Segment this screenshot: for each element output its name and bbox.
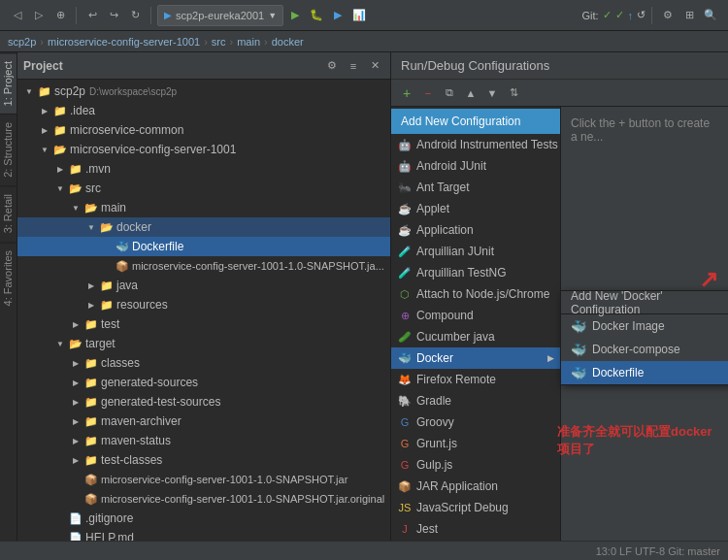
target-label: target: [85, 337, 116, 350]
submenu-item-label: Docker Image: [592, 319, 665, 333]
project-close-btn[interactable]: ✕: [365, 56, 384, 76]
config-item-arquillian-testng[interactable]: 🧪 Arquillian TestNG: [391, 262, 560, 283]
tree-test-classes[interactable]: 📁 test-classes: [17, 450, 390, 470]
help-arrow: [52, 530, 68, 541]
tree-gen-test[interactable]: 📁 generated-test-sources: [17, 392, 390, 412]
config-item-gulp[interactable]: G Gulp.js: [391, 454, 560, 476]
layout-icon[interactable]: ⊞: [679, 6, 699, 25]
breadcrumb-config-server[interactable]: microservice-config-server-1001: [48, 36, 200, 48]
tree-jar[interactable]: 📦 microservice-config-server-1001-1.0-SN…: [17, 256, 390, 276]
dialog-sort-btn[interactable]: ⇅: [504, 83, 523, 103]
config-item-grunt[interactable]: G Grunt.js: [391, 433, 560, 454]
tree-config-server[interactable]: 📂 microservice-config-server-1001: [17, 140, 390, 159]
side-tab-structure[interactable]: 2: Structure: [0, 114, 17, 185]
forward-btn[interactable]: ▷: [29, 6, 49, 25]
project-settings-btn[interactable]: ⚙: [322, 56, 342, 76]
config-item-ant[interactable]: 🐜 Ant Target: [391, 177, 560, 198]
dialog-remove-btn[interactable]: −: [418, 83, 438, 103]
tree-docker-folder[interactable]: 📂 docker: [17, 217, 390, 237]
tree-maven-status[interactable]: 📁 maven-status: [17, 431, 390, 450]
tree-common[interactable]: 📁 microservice-common: [17, 120, 390, 140]
undo-icon[interactable]: ↩: [83, 6, 102, 25]
run-config-selector[interactable]: ▶ scp2p-eureka2001 ▼: [157, 5, 283, 26]
redo-icon[interactable]: ↪: [104, 6, 123, 25]
project-layout-btn[interactable]: ≡: [344, 56, 363, 76]
add-config-button[interactable]: Add New Configuration: [391, 109, 560, 134]
dialog-move-up-btn[interactable]: ▲: [461, 83, 480, 103]
tree-dockerfile[interactable]: 🐳 Dockerfile: [17, 237, 390, 256]
git-label: Git:: [581, 10, 598, 21]
debug-btn[interactable]: 🐛: [307, 6, 326, 25]
test-label: test: [101, 317, 119, 331]
tree-resources[interactable]: 📁 resources: [17, 295, 390, 314]
docker-submenu: Add New 'Docker' Configuration 🐳 Docker …: [560, 290, 728, 385]
classes-icon: 📁: [83, 355, 99, 371]
tree-maven-arch[interactable]: 📁 maven-archiver: [17, 412, 390, 431]
dialog-copy-btn[interactable]: ⧉: [440, 83, 459, 103]
side-tab-retail[interactable]: 3: Retail: [0, 185, 17, 241]
submenu-docker-image[interactable]: 🐳 Docker Image: [561, 314, 728, 338]
settings-icon[interactable]: ⚙: [658, 6, 678, 25]
main-icon: 📂: [83, 200, 99, 215]
side-tab-project[interactable]: 1: Project: [0, 52, 17, 114]
side-tab-favorites[interactable]: 4: Favorites: [0, 242, 17, 313]
tree-classes[interactable]: 📁 classes: [17, 353, 390, 373]
config-item-firefox[interactable]: 🦊 Firefox Remote: [391, 369, 560, 390]
tree-snapshot-jar[interactable]: 📦 microservice-config-server-1001-1.0-SN…: [17, 470, 390, 489]
tree-snapshot-orig[interactable]: 📦 microservice-config-server-1001-1.0-SN…: [17, 489, 390, 509]
config-item-cucumber[interactable]: 🥒 Cucumber java: [391, 326, 560, 347]
dialog-move-down-btn[interactable]: ▼: [482, 83, 502, 103]
breadcrumb-src[interactable]: src: [212, 36, 226, 48]
cfg-label: Grunt.js: [416, 437, 457, 450]
tree-java[interactable]: 📁 java: [17, 276, 390, 295]
root-arrow: [21, 83, 37, 99]
config-item-compound[interactable]: ⊕ Compound: [391, 305, 560, 326]
mvn-label: .mvn: [85, 162, 111, 176]
tree-src[interactable]: 📂 src: [17, 179, 390, 198]
config-item-docker[interactable]: 🐳 Docker ▶: [391, 347, 560, 369]
config-item-js-debug[interactable]: JS JavaScript Debug: [391, 497, 560, 518]
project-title: Project: [23, 59, 63, 73]
config-item-groovy[interactable]: G Groovy: [391, 412, 560, 433]
config-item-junit[interactable]: 🧪 JUnit: [391, 540, 560, 541]
config-item-android-junit[interactable]: 🤖 Android JUnit: [391, 155, 560, 177]
recent-btn[interactable]: ⊕: [50, 6, 70, 25]
submenu-dockerfile[interactable]: 🐳 Dockerfile: [561, 361, 728, 384]
cfg-label: Ant Target: [416, 181, 469, 194]
config-item-application[interactable]: ☕ Application: [391, 219, 560, 241]
config-item-jar[interactable]: 📦 JAR Application: [391, 476, 560, 497]
coverage-btn[interactable]: ▶: [328, 6, 347, 25]
back-btn[interactable]: ◁: [8, 6, 27, 25]
refresh-btn[interactable]: ↻: [125, 6, 145, 25]
config-list: Add New Configuration 🤖 Android Instrume…: [391, 107, 561, 541]
tree-test[interactable]: 📁 test: [17, 314, 390, 334]
tree-gitignore[interactable]: 📄 .gitignore: [17, 509, 390, 528]
tree-main[interactable]: 📂 main: [17, 198, 390, 217]
dialog-title: Run/Debug Configurations: [391, 52, 728, 80]
breadcrumb-docker[interactable]: docker: [272, 36, 304, 48]
submenu-docker-compose[interactable]: 🐳 Docker-compose: [561, 338, 728, 361]
tree-help[interactable]: 📄 HELP.md: [17, 528, 390, 541]
tree-root[interactable]: 📁 scp2p D:\workspace\scp2p: [17, 82, 390, 101]
config-item-applet[interactable]: ☕ Applet: [391, 198, 560, 219]
orig-icon: 📦: [83, 491, 99, 507]
test-classes-arrow: [68, 452, 83, 468]
main-content: 1: Project 2: Structure 3: Retail 4: Fav…: [0, 52, 728, 541]
tree-target[interactable]: 📂 target: [17, 334, 390, 353]
breadcrumb-scp2p[interactable]: scp2p: [8, 36, 36, 48]
config-item-android-instrumented[interactable]: 🤖 Android Instrumented Tests: [391, 134, 560, 155]
dialog-add-btn[interactable]: +: [397, 83, 416, 103]
tree-mvn[interactable]: 📁 .mvn: [17, 159, 390, 179]
config-item-arquillian-junit[interactable]: 🧪 Arquillian JUnit: [391, 241, 560, 262]
tree-idea[interactable]: 📁 .idea: [17, 101, 390, 120]
config-item-gradle[interactable]: 🐘 Gradle: [391, 390, 560, 412]
search-icon[interactable]: 🔍: [701, 6, 720, 25]
breadcrumb-main[interactable]: main: [237, 36, 260, 48]
tree-gen-src[interactable]: 📁 generated-sources: [17, 373, 390, 392]
snapshot-jar-icon: 📦: [83, 472, 99, 487]
profile-btn[interactable]: 📊: [349, 6, 369, 25]
config-item-jest[interactable]: J Jest: [391, 518, 560, 540]
root-path: D:\workspace\scp2p: [89, 86, 177, 97]
config-item-attach-nodejs[interactable]: ⬡ Attach to Node.js/Chrome: [391, 283, 560, 305]
run-btn[interactable]: ▶: [285, 6, 305, 25]
